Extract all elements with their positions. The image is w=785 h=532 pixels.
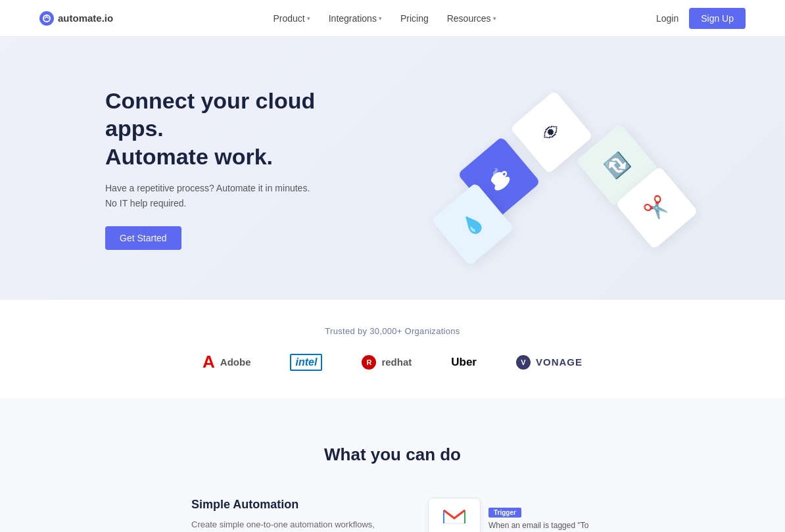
redhat-icon: R: [362, 355, 376, 370]
trusted-logos: A Adobe intel R redhat Uber V VONAGE: [39, 352, 746, 372]
logo-icon: [39, 11, 54, 26]
nav-item-integrations[interactable]: Integrations ▾: [329, 13, 382, 24]
logo-adobe: A Adobe: [202, 352, 250, 372]
trigger-desc: When an email is tagged "To do": [488, 520, 594, 532]
chevron-down-icon: ▾: [379, 15, 382, 22]
navigation: automate.io Product ▾ Integrations ▾ Pri…: [0, 0, 785, 37]
nav-item-resources[interactable]: Resources ▾: [447, 13, 496, 24]
gmail-app-box: Gmail: [428, 498, 481, 532]
nav-item-pricing[interactable]: Pricing: [400, 13, 429, 24]
gmail-icon: [442, 508, 466, 531]
hero-text: Connect your cloud apps. Automate work. …: [105, 87, 355, 250]
what-section: What you can do Simple Automation Create…: [0, 399, 785, 532]
trusted-section: Trusted by 30,000+ Organizations A Adobe…: [0, 300, 785, 399]
features-row: Simple Automation Create simple one-to-o…: [39, 498, 746, 532]
signup-button[interactable]: Sign Up: [689, 8, 746, 29]
logo-text: automate.io: [58, 12, 113, 24]
hero-section: Connect your cloud apps. Automate work. …: [0, 37, 785, 300]
logo-vonage: V VONAGE: [516, 355, 583, 370]
trigger-info: Trigger When an email is tagged "To do": [488, 506, 594, 532]
simple-automation-desc: Create simple one-to-one automation work…: [191, 518, 375, 532]
chevron-down-icon: ▾: [493, 15, 496, 22]
login-button[interactable]: Login: [656, 13, 678, 24]
adobe-icon: A: [202, 352, 215, 372]
logo-redhat: R redhat: [362, 355, 412, 370]
nav-item-product[interactable]: Product ▾: [273, 13, 310, 24]
automation-diagram: Gmail Trigger When an email is tagged "T…: [428, 498, 594, 532]
trigger-step: Gmail Trigger When an email is tagged "T…: [428, 498, 594, 532]
logo-uber: Uber: [451, 356, 477, 369]
hero-headline: Connect your cloud apps. Automate work.: [105, 87, 355, 171]
vonage-icon: V: [516, 355, 531, 370]
simple-automation-title: Simple Automation: [191, 498, 375, 512]
nav-links: Product ▾ Integrations ▾ Pricing Resourc…: [273, 13, 496, 24]
nav-cta-group: Login Sign Up: [656, 8, 746, 29]
simple-automation-text: Simple Automation Create simple one-to-o…: [191, 498, 375, 532]
trigger-badge: Trigger: [488, 508, 521, 518]
chevron-down-icon: ▾: [307, 15, 310, 22]
trusted-label: Trusted by 30,000+ Organizations: [39, 326, 746, 336]
get-started-button[interactable]: Get Started: [105, 226, 181, 250]
hero-illustration: 👁 🔃 ☕ ✂️ 💧: [430, 76, 706, 260]
what-heading: What you can do: [39, 445, 746, 465]
logo[interactable]: automate.io: [39, 11, 113, 26]
logo-intel: intel: [290, 354, 322, 371]
hero-description: Have a repetitive process? Automate it i…: [105, 181, 355, 210]
